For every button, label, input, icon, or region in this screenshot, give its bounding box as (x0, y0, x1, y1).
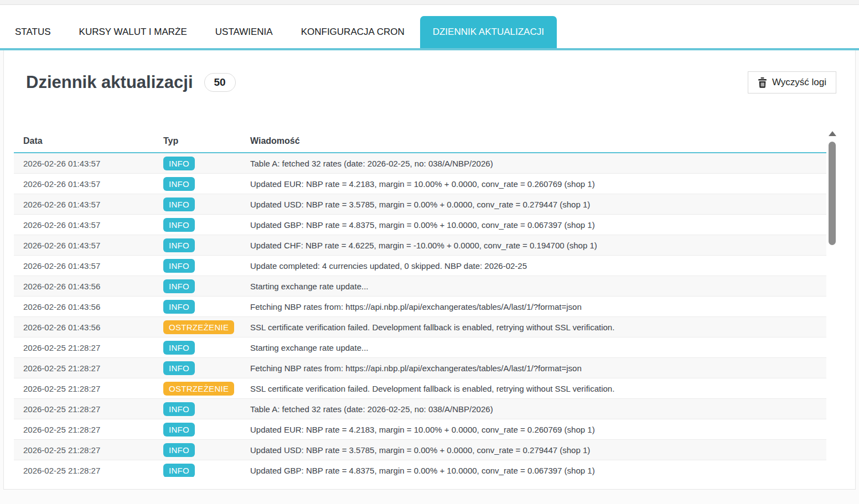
log-type-badge: INFO (163, 300, 195, 314)
log-type-cell: INFO (154, 218, 241, 232)
table-row: 2026-02-25 21:28:27 OSTRZEŻENIE SSL cert… (14, 378, 826, 399)
log-date: 2026-02-26 01:43:57 (14, 241, 154, 250)
scrollbar-thumb[interactable] (829, 142, 836, 245)
tab-kursy-walut-i-marze[interactable]: KURSY WALUT I MARŻE (66, 16, 200, 48)
log-type-badge: INFO (163, 423, 195, 437)
log-message: SSL certificate verification failed. Dev… (241, 323, 826, 332)
table-row: 2026-02-25 21:28:27 INFO Starting exchan… (14, 337, 826, 358)
log-type-badge: INFO (163, 177, 195, 191)
log-date: 2026-02-25 21:28:27 (14, 425, 154, 434)
table-row: 2026-02-26 01:43:57 INFO Updated GBP: NB… (14, 215, 826, 235)
table-row: 2026-02-26 01:43:56 INFO Fetching NBP ra… (14, 297, 826, 317)
tab-bar: STATUS KURSY WALUT I MARŻE USTAWIENIA KO… (0, 5, 859, 48)
column-header-message: Wiadomość (241, 136, 826, 146)
table-row: 2026-02-26 01:43:57 INFO Table A: fetche… (14, 153, 826, 174)
scrollbar[interactable] (828, 131, 836, 504)
log-message: Fetching NBP rates from: https://api.nbp… (241, 363, 826, 373)
log-message: Updated EUR: NBP rate = 4.2183, margin =… (241, 179, 826, 189)
table-row: 2026-02-25 21:28:27 INFO Table A: fetche… (14, 399, 826, 419)
log-type-badge: INFO (163, 218, 195, 232)
tab-ustawienia[interactable]: USTAWIENIA (203, 16, 286, 48)
log-type-badge: OSTRZEŻENIE (163, 320, 234, 334)
log-message: Updated USD: NBP rate = 3.5785, margin =… (241, 445, 826, 455)
log-type-badge: INFO (163, 157, 195, 170)
table-row: 2026-02-26 01:43:57 INFO Updated EUR: NB… (14, 174, 826, 194)
log-message: Update completed: 4 currencies updated, … (241, 261, 826, 271)
content-panel: Dziennik aktualizacji 50 Wyczyść logi Da… (3, 50, 856, 490)
column-header-type: Typ (154, 136, 241, 146)
log-type-cell: INFO (154, 402, 241, 416)
log-type-cell: INFO (154, 443, 241, 457)
log-type-badge: INFO (163, 259, 195, 273)
scrollbar-up-arrow-icon[interactable] (829, 131, 836, 136)
table-row: 2026-02-25 21:28:27 INFO Updated GBP: NB… (14, 460, 826, 477)
log-date: 2026-02-26 01:43:57 (14, 179, 154, 189)
log-message: Updated USD: NBP rate = 3.5785, margin =… (241, 200, 826, 209)
table-body: 2026-02-26 01:43:57 INFO Table A: fetche… (14, 153, 826, 477)
log-message: Updated CHF: NBP rate = 4.6225, margin =… (241, 241, 826, 250)
log-type-badge: INFO (163, 443, 195, 457)
log-message: SSL certificate verification failed. Dev… (241, 384, 826, 393)
tab-status[interactable]: STATUS (2, 16, 64, 48)
table-row: 2026-02-26 01:43:56 INFO Starting exchan… (14, 276, 826, 297)
log-type-cell: OSTRZEŻENIE (154, 320, 241, 334)
log-type-cell: INFO (154, 361, 241, 375)
log-type-badge: INFO (163, 198, 195, 211)
log-date: 2026-02-25 21:28:27 (14, 445, 154, 455)
log-type-badge: INFO (163, 279, 195, 293)
log-date: 2026-02-26 01:43:56 (14, 323, 154, 332)
log-date: 2026-02-25 21:28:27 (14, 404, 154, 414)
top-strip (0, 0, 859, 5)
table-row: 2026-02-25 21:28:27 INFO Fetching NBP ra… (14, 358, 826, 378)
log-type-cell: INFO (154, 423, 241, 437)
table-row: 2026-02-25 21:28:27 INFO Updated EUR: NB… (14, 419, 826, 440)
table-header-row: Data Typ Wiadomość (14, 136, 826, 153)
log-message: Table A: fetched 32 rates (date: 2026-02… (241, 159, 826, 168)
log-message: Updated EUR: NBP rate = 4.2183, margin =… (241, 425, 826, 434)
log-type-cell: INFO (154, 259, 241, 273)
log-date: 2026-02-25 21:28:27 (14, 466, 154, 475)
log-date: 2026-02-25 21:28:27 (14, 343, 154, 352)
log-date: 2026-02-26 01:43:57 (14, 261, 154, 271)
tab-konfiguracja-cron[interactable]: KONFIGURACJA CRON (288, 16, 417, 48)
tab-label: KURSY WALUT I MARŻE (79, 27, 187, 38)
log-date: 2026-02-26 01:43:57 (14, 220, 154, 230)
log-message: Updated GBP: NBP rate = 4.8375, margin =… (241, 220, 826, 230)
log-type-cell: INFO (154, 198, 241, 211)
log-type-badge: OSTRZEŻENIE (163, 382, 234, 396)
table-row: 2026-02-25 21:28:27 INFO Updated USD: NB… (14, 440, 826, 460)
log-type-cell: OSTRZEŻENIE (154, 382, 241, 396)
log-table: Data Typ Wiadomość 2026-02-26 01:43:57 I… (14, 136, 826, 477)
clear-logs-label: Wyczyść logi (772, 77, 826, 88)
tab-label: STATUS (15, 27, 51, 38)
trash-icon (758, 77, 767, 88)
log-message: Updated GBP: NBP rate = 4.8375, margin =… (241, 466, 826, 475)
table-row: 2026-02-26 01:43:57 INFO Updated USD: NB… (14, 194, 826, 215)
tab-label: KONFIGURACJA CRON (301, 27, 405, 38)
log-date: 2026-02-25 21:28:27 (14, 384, 154, 393)
log-message: Table A: fetched 32 rates (date: 2026-02… (241, 404, 826, 414)
log-type-cell: INFO (154, 279, 241, 293)
log-type-cell: INFO (154, 157, 241, 170)
log-type-cell: INFO (154, 238, 241, 252)
tab-label: USTAWIENIA (215, 27, 273, 38)
table-row: 2026-02-26 01:43:57 INFO Update complete… (14, 256, 826, 276)
column-header-date: Data (14, 136, 154, 146)
log-type-badge: INFO (163, 464, 195, 477)
log-type-cell: INFO (154, 177, 241, 191)
tab-dziennik-aktualizacji[interactable]: DZIENNIK AKTUALIZACJI (420, 16, 557, 48)
log-type-badge: INFO (163, 402, 195, 416)
clear-logs-button[interactable]: Wyczyść logi (748, 71, 836, 93)
tab-label: DZIENNIK AKTUALIZACJI (433, 27, 544, 38)
log-message: Fetching NBP rates from: https://api.nbp… (241, 302, 826, 311)
table-row: 2026-02-26 01:43:56 OSTRZEŻENIE SSL cert… (14, 317, 826, 337)
log-message: Starting exchange rate update... (241, 282, 826, 291)
log-date: 2026-02-26 01:43:57 (14, 159, 154, 168)
log-type-badge: INFO (163, 341, 195, 355)
log-type-cell: INFO (154, 341, 241, 355)
log-date: 2026-02-25 21:28:27 (14, 363, 154, 373)
log-date: 2026-02-26 01:43:56 (14, 282, 154, 291)
log-type-cell: INFO (154, 464, 241, 477)
log-type-badge: INFO (163, 238, 195, 252)
page-title: Dziennik aktualizacji (26, 72, 193, 92)
